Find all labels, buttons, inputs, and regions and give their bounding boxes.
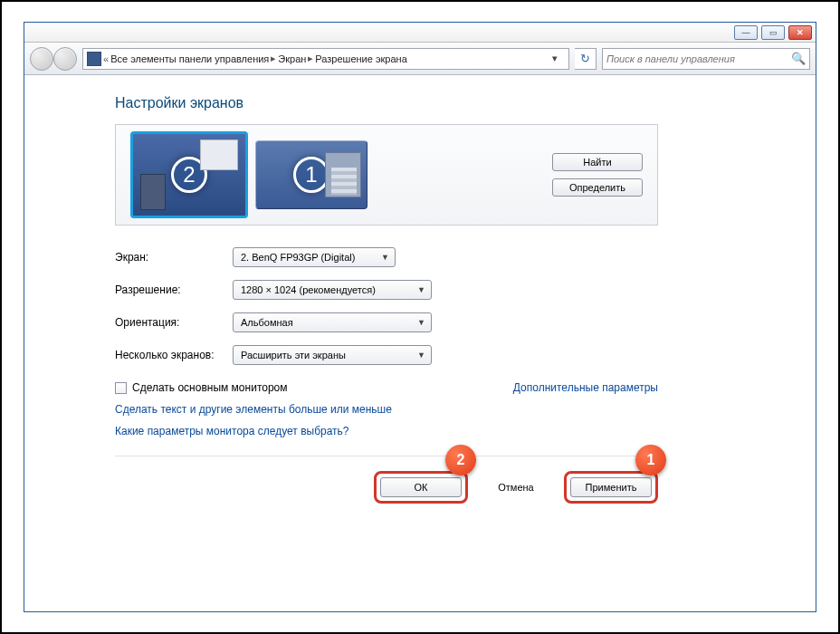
window-decoration-icon	[140, 174, 166, 210]
orientation-label: Ориентация:	[115, 316, 233, 329]
breadcrumb[interactable]: « Все элементы панели управления ▸ Экран…	[82, 48, 569, 70]
cancel-button[interactable]: Отмена	[475, 478, 557, 496]
apply-callout-frame: 1 Применить	[564, 471, 658, 504]
dropdown-value: 1280 × 1024 (рекомендуется)	[241, 284, 376, 295]
multi-screen-dropdown[interactable]: Расширить эти экраны ▼	[233, 345, 432, 365]
monitor-1[interactable]: 1	[255, 140, 368, 209]
navbar: « Все элементы панели управления ▸ Экран…	[24, 43, 816, 75]
ok-callout-frame: 2 ОК	[374, 471, 468, 504]
multi-screen-label: Несколько экранов:	[115, 349, 233, 361]
close-button[interactable]: ✕	[788, 25, 812, 40]
find-button[interactable]: Найти	[552, 153, 643, 171]
primary-monitor-label: Сделать основным монитором	[132, 381, 288, 394]
breadcrumb-item[interactable]: Экран	[278, 53, 306, 64]
callout-badge: 1	[635, 445, 666, 476]
minimize-button[interactable]: —	[734, 25, 758, 40]
apply-button[interactable]: Применить	[570, 477, 652, 497]
window-decoration-icon	[200, 139, 238, 170]
refresh-button[interactable]: ↻	[575, 48, 597, 70]
screen-dropdown[interactable]: 2. BenQ FP93GP (Digital) ▼	[233, 247, 396, 267]
chevron-down-icon[interactable]: ▾	[552, 53, 565, 64]
orientation-dropdown[interactable]: Альбомная ▼	[233, 312, 432, 332]
control-panel-icon	[87, 52, 101, 66]
explorer-window: — ▭ ✕ « Все элементы панели управления ▸…	[24, 22, 816, 612]
monitor-preview-pane: 2 1 Найти Определить	[115, 124, 658, 226]
content-area: Настройки экранов 2 1 Найти Определить Э…	[24, 75, 816, 611]
dropdown-value: Альбомная	[241, 317, 293, 328]
search-icon[interactable]: 🔍	[791, 52, 806, 65]
maximize-button[interactable]: ▭	[761, 25, 785, 40]
callout-badge: 2	[445, 445, 476, 476]
dropdown-value: 2. BenQ FP93GP (Digital)	[241, 252, 355, 263]
identify-button[interactable]: Определить	[552, 178, 643, 197]
chevron-down-icon: ▼	[417, 318, 425, 327]
chevron-down-icon: ▼	[417, 285, 425, 294]
dropdown-value: Расширить эти экраны	[241, 350, 346, 360]
chevron-down-icon: ▼	[417, 351, 425, 360]
page-title: Настройки экранов	[115, 95, 779, 111]
resolution-dropdown[interactable]: 1280 × 1024 (рекомендуется) ▼	[233, 280, 432, 300]
back-button[interactable]	[30, 47, 53, 71]
button-row: 2 ОК Отмена 1 Применить	[115, 456, 658, 504]
resolution-label: Разрешение:	[115, 283, 233, 296]
screen-label: Экран:	[115, 251, 233, 264]
advanced-params-link[interactable]: Дополнительные параметры	[513, 381, 658, 394]
chevron-down-icon: ▼	[381, 253, 389, 262]
search-box[interactable]: 🔍	[602, 48, 810, 70]
monitor-2[interactable]: 2	[130, 131, 248, 218]
titlebar: — ▭ ✕	[24, 23, 816, 43]
breadcrumb-item[interactable]: Разрешение экрана	[315, 53, 406, 64]
monitor-number-badge: 1	[293, 157, 329, 193]
forward-button[interactable]	[53, 47, 77, 71]
chevron-right-icon: ▸	[308, 53, 313, 64]
search-input[interactable]	[606, 53, 791, 64]
breadcrumb-item[interactable]: Все элементы панели управления	[110, 53, 269, 64]
text-size-link[interactable]: Сделать текст и другие элементы больше и…	[115, 403, 779, 416]
breadcrumb-prefix: «	[103, 53, 109, 64]
primary-monitor-checkbox[interactable]	[115, 382, 127, 394]
monitor-help-link[interactable]: Какие параметры монитора следует выбрать…	[115, 425, 779, 437]
chevron-right-icon: ▸	[271, 53, 276, 64]
window-decoration-icon	[325, 152, 361, 197]
ok-button[interactable]: ОК	[380, 477, 462, 497]
